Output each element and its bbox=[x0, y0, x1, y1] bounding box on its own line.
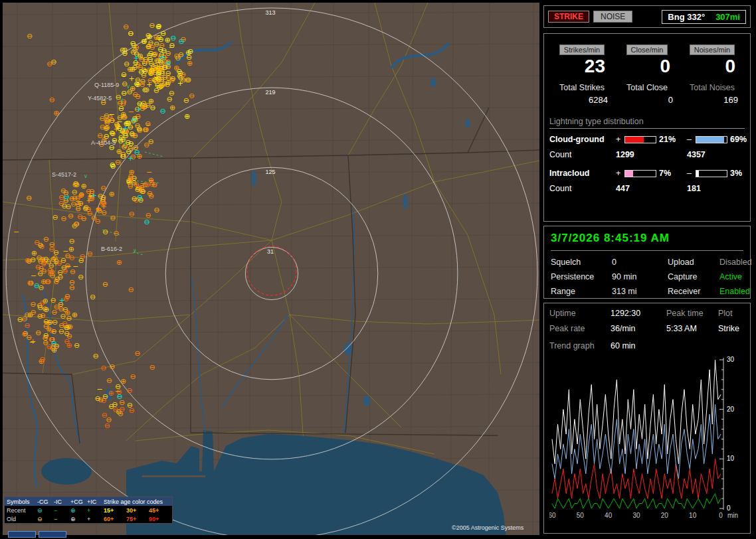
storm-cell-label: Y-4582-5 bbox=[88, 95, 112, 102]
cg-positive-bar bbox=[624, 136, 656, 143]
strike-symbol: ⊖ bbox=[178, 50, 184, 59]
minimized-window-chip[interactable] bbox=[39, 531, 66, 538]
trend-x-tick-label: 60 bbox=[549, 512, 556, 519]
copyright-text: ©2005 Astrogenic Systems bbox=[452, 524, 523, 531]
strike-symbol: ⊖ bbox=[95, 217, 101, 226]
strike-symbol: ⊖ bbox=[115, 158, 121, 167]
legend-age-value: 45+ bbox=[147, 507, 169, 514]
strike-symbol: ⊖ bbox=[153, 86, 159, 95]
cg-positive-pct: 21% bbox=[659, 135, 687, 144]
strike-symbol: ⊖ bbox=[143, 57, 149, 66]
strike-symbol: ⊕ bbox=[187, 59, 193, 68]
legend-age-value: 90+ bbox=[147, 516, 169, 522]
settings-grid: Squelch 0 Upload Disabled Persistence 90… bbox=[551, 258, 743, 296]
intracloud-count-row: Count 447 181 bbox=[549, 184, 745, 193]
recent-strike-symbol: ⊖ bbox=[137, 193, 143, 202]
strike-symbol: ⊖ bbox=[78, 273, 84, 281]
legend-row-label: Recent bbox=[5, 507, 35, 514]
strike-symbol: ⊖ bbox=[145, 101, 151, 110]
strike-symbol: + bbox=[128, 74, 134, 83]
capture-state: Active bbox=[719, 272, 752, 281]
noise-mode-button[interactable]: NOISE bbox=[593, 11, 632, 23]
trend-graph-row: Trend graph 60 min bbox=[549, 341, 745, 350]
storm-motion-arrow: ∨ bbox=[133, 248, 137, 254]
strike-symbol: ⊖ bbox=[34, 238, 40, 247]
storm-cell-label: Q-1185-9 bbox=[94, 82, 119, 88]
recent-strike-symbol: + bbox=[122, 124, 128, 133]
legend-type-header: -CG bbox=[35, 499, 52, 505]
peak-time-label: Peak time bbox=[666, 309, 718, 318]
strike-symbol: ⊖ bbox=[42, 305, 48, 313]
strike-symbol: ⊖ bbox=[86, 250, 92, 258]
minus-sign: – bbox=[687, 169, 696, 178]
squelch-label: Squelch bbox=[551, 258, 612, 267]
strike-symbol: ⊖ bbox=[100, 364, 106, 372]
strike-symbol: ⊖ bbox=[138, 68, 144, 76]
ic-negative-bar bbox=[696, 170, 727, 177]
date-time-display: 3/7/2026 8:45:19 AM bbox=[551, 232, 743, 245]
total-close-value: 0 bbox=[614, 95, 680, 105]
storm-motion-arrow: ∨ bbox=[120, 97, 124, 103]
strike-symbol: ⊖ bbox=[26, 194, 32, 202]
trend-y-tick-label: 20 bbox=[727, 406, 735, 413]
strike-mode-button[interactable]: STRIKE bbox=[548, 11, 589, 23]
strike-symbol: ⊖ bbox=[43, 255, 49, 264]
noises-per-min-value: 0 bbox=[680, 55, 745, 78]
strike-symbol: ⊕ bbox=[42, 297, 48, 305]
strike-symbol: ⊖ bbox=[112, 400, 118, 409]
cloud-ground-count-row: Count 1299 4357 bbox=[549, 150, 745, 159]
minimized-window-chip[interactable] bbox=[8, 531, 36, 538]
ic-positive-bar bbox=[624, 170, 656, 177]
strike-symbol: ⊖ bbox=[17, 315, 23, 324]
lightning-map[interactable]: 31321912531 ⊖⊖⊖⊖⊖⊖⊖⊖⊖⊖⊖⊖⊕⊖⊖⊖⊖⊖⊖⊖⊖⊖+⊖⊖⊕⊕⊖… bbox=[3, 3, 539, 535]
strike-symbol: ⊖ bbox=[61, 202, 67, 210]
cg-positive-count: 1299 bbox=[616, 150, 687, 159]
strike-symbol: ⊖ bbox=[147, 189, 153, 198]
noises-per-min-button[interactable]: Noises/min bbox=[690, 44, 735, 55]
strike-symbol: ⊖ bbox=[106, 376, 112, 385]
display-mode-bar: STRIKE NOISE Bng 332° 307mi bbox=[543, 5, 751, 28]
strike-symbol: ⊖ bbox=[75, 204, 81, 213]
strike-symbol: ⊖ bbox=[100, 184, 106, 193]
strikes-per-min-button[interactable]: Strikes/min bbox=[559, 44, 605, 55]
strike-symbol: ⊕ bbox=[169, 104, 175, 112]
recent-strike-symbol: ⊖ bbox=[159, 107, 165, 116]
storm-motion-arrow: ∨ bbox=[126, 84, 130, 90]
trend-graph: 30201006050403020100min bbox=[549, 354, 749, 522]
strike-symbol: ⊕ bbox=[116, 258, 122, 267]
strike-symbol: ⊖ bbox=[148, 176, 154, 185]
recent-strike-symbol: ⊖ bbox=[170, 34, 176, 42]
strike-symbol: ⊖ bbox=[69, 194, 75, 203]
ic-negative-count: 181 bbox=[687, 184, 754, 193]
strike-symbol: ⊖ bbox=[69, 237, 75, 246]
strike-symbol: ⊖ bbox=[134, 349, 140, 358]
legend-strike-symbol: ⊖ bbox=[35, 516, 52, 522]
intracloud-label: Intracloud bbox=[549, 169, 616, 178]
strike-symbol: ⊖ bbox=[72, 181, 78, 189]
peak-rate-value: 36/min bbox=[611, 324, 666, 333]
strike-symbol: ⊖ bbox=[109, 362, 115, 371]
recent-strike-symbol: + bbox=[134, 54, 140, 62]
strike-symbol: ⊖ bbox=[57, 273, 63, 281]
trend-x-unit-label: min bbox=[727, 512, 738, 519]
close-per-min-button[interactable]: Close/min bbox=[626, 44, 668, 55]
strike-symbol: ⊖ bbox=[155, 23, 161, 31]
close-per-min-value: 0 bbox=[614, 55, 680, 78]
strike-symbol: ⊕ bbox=[116, 147, 122, 156]
trend-x-tick-label: 20 bbox=[661, 512, 669, 519]
strike-symbol: ⊖ bbox=[128, 285, 134, 294]
strike-symbol: ⊖ bbox=[78, 256, 84, 265]
legend-strike-symbol: ⊕ bbox=[68, 516, 85, 522]
storm-cell-label: B-616-2 bbox=[101, 246, 122, 252]
strike-symbol: ⊖ bbox=[155, 64, 161, 72]
distribution-title: Lightning type distribution bbox=[549, 117, 745, 129]
strike-symbol: ⊖ bbox=[43, 331, 48, 340]
minus-sign: – bbox=[687, 135, 696, 144]
receiver-state: Enabled bbox=[719, 287, 752, 296]
legend-strike-symbol: ⊕ bbox=[68, 507, 85, 514]
cloud-ground-row: Cloud-ground + 21% – 69% bbox=[549, 135, 745, 144]
plus-sign: + bbox=[616, 135, 624, 144]
cg-negative-bar bbox=[696, 136, 727, 143]
recent-strike-symbol: + bbox=[128, 154, 134, 163]
legend-strike-symbol: ⊖ bbox=[35, 507, 52, 514]
